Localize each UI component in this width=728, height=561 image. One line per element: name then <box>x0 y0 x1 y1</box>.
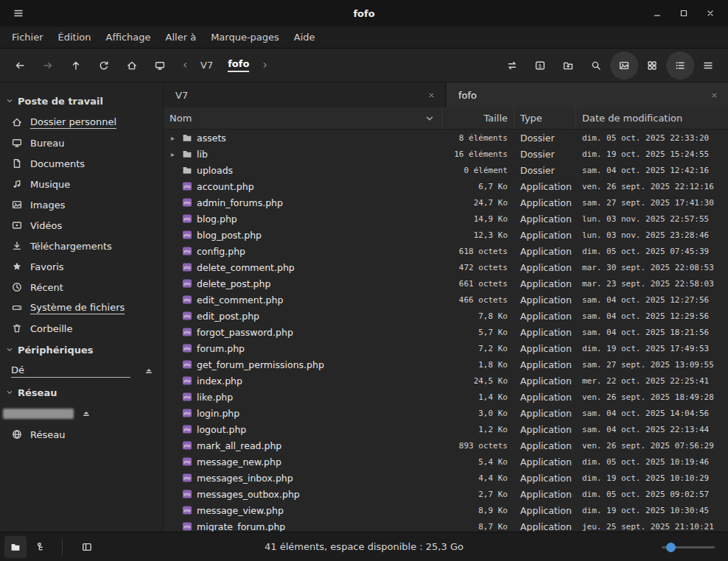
zoom-slider-handle[interactable] <box>666 543 676 552</box>
php-file-icon: php <box>181 359 193 370</box>
file-row[interactable]: phpedit_comment.php466 octetsApplication… <box>164 292 728 308</box>
file-row[interactable]: phpforum.php7,2 KoApplicationdim. 19 oct… <box>164 340 728 356</box>
menu-aide[interactable]: Aide <box>287 27 323 49</box>
tab-fofo[interactable]: fofo <box>447 82 728 107</box>
zoom-slider[interactable] <box>662 541 715 553</box>
svg-text:php: php <box>183 201 190 205</box>
icon-view-button[interactable] <box>610 52 638 80</box>
file-row[interactable]: phpedit_post.php7,8 KoApplicationsam. 04… <box>164 308 728 324</box>
tab-close-button[interactable] <box>706 87 722 103</box>
sidebar-item-musique[interactable]: Musique <box>0 174 163 194</box>
file-row[interactable]: phpmigrate_forum.php8,7 KoApplicationjeu… <box>164 518 728 532</box>
column-header-taille[interactable]: Taille <box>442 107 514 130</box>
sidebar-item-corbeille[interactable]: Corbeille <box>0 318 163 339</box>
compact-view-button[interactable] <box>638 52 666 80</box>
menu-edition[interactable]: Édition <box>51 27 99 49</box>
sidebar-item-dossier-personnel[interactable]: Dossier personnel <box>0 112 163 133</box>
places-toggle-button[interactable] <box>4 536 27 558</box>
file-row[interactable]: phpget_forum_permissions.php1,8 KoApplic… <box>164 356 728 373</box>
file-row[interactable]: phpforgot_password.php5,7 KoApplications… <box>164 324 728 340</box>
menu-affichage[interactable]: Affichage <box>98 27 158 49</box>
back-button[interactable] <box>6 52 34 80</box>
menu-button[interactable] <box>694 52 722 80</box>
column-header-date[interactable]: Date de modification <box>576 107 728 130</box>
file-row[interactable]: phpaccount.php6,7 KoApplicationven. 26 s… <box>164 178 728 194</box>
file-row[interactable]: phpdelete_comment.php472 octetsApplicati… <box>164 259 728 275</box>
sidepane-toggle-button[interactable] <box>76 536 98 558</box>
expander-icon[interactable]: ▸ <box>168 134 178 142</box>
svg-text:php: php <box>183 525 190 529</box>
file-size: 14,9 Ko <box>442 214 514 224</box>
forward-button[interactable] <box>34 52 62 80</box>
eject-button[interactable] <box>144 366 154 376</box>
file-row[interactable]: phpblog.php14,9 KoApplicationlun. 03 nov… <box>164 211 728 227</box>
sidebar-item-videos[interactable]: Vidéos <box>0 215 163 236</box>
sidebar-item-bureau[interactable]: Bureau <box>0 133 163 153</box>
sidebar-item-recent[interactable]: Récent <box>0 277 163 297</box>
new-folder-button[interactable] <box>554 52 582 80</box>
file-row[interactable]: phplike.php1,4 KoApplicationven. 26 sept… <box>164 389 728 405</box>
open-terminal-button[interactable]: $ <box>526 52 554 80</box>
computer-button[interactable] <box>146 52 174 80</box>
file-type: Application <box>514 440 576 451</box>
sidebar-item-documents[interactable]: Documents <box>0 153 163 174</box>
sidebar-item-favoris[interactable]: Favoris <box>0 256 163 277</box>
file-row[interactable]: phplogin.php3,0 KoApplicationsam. 04 oct… <box>164 405 728 421</box>
expander-icon[interactable]: ▸ <box>168 150 178 158</box>
chevron-left-icon[interactable] <box>177 60 193 70</box>
file-row[interactable]: phpmessage_view.php8,9 KoApplicationdim.… <box>164 502 728 518</box>
file-row[interactable]: phpindex.php24,5 KoApplicationmer. 22 oc… <box>164 373 728 389</box>
sidebar-item-telechargements[interactable]: Téléchargements <box>0 236 163 256</box>
home-button[interactable] <box>118 52 146 80</box>
minimize-button[interactable] <box>647 3 668 24</box>
column-header-nom[interactable]: Nom <box>164 107 442 130</box>
folder-icon <box>181 148 193 160</box>
file-row[interactable]: phpblog_post.php12,3 KoApplicationlun. 0… <box>164 227 728 243</box>
section-peripheriques[interactable]: Périphériques <box>0 339 163 361</box>
file-row[interactable]: uploads0 élémentDossiersam. 04 oct. 2025… <box>164 162 728 178</box>
file-type: Application <box>514 408 576 419</box>
sidebar-item-network-device[interactable] <box>0 403 163 424</box>
file-name: delete_comment.php <box>197 262 295 273</box>
file-row[interactable]: phpmessage_new.php5,4 KoApplicationdim. … <box>164 454 728 470</box>
menu-aller-a[interactable]: Aller à <box>158 27 204 49</box>
file-row[interactable]: phpmessages_inbox.php4,4 KoApplicationdi… <box>164 470 728 486</box>
file-row[interactable]: phplogout.php1,2 KoApplicationsam. 04 oc… <box>164 421 728 437</box>
sidebar-item-reseau[interactable]: Réseau <box>0 424 163 445</box>
file-row[interactable]: phpdelete_post.php661 octetsApplicationm… <box>164 275 728 292</box>
sidebar-item-images[interactable]: Images <box>0 194 163 215</box>
maximize-button[interactable] <box>673 3 694 24</box>
close-button[interactable] <box>700 3 721 24</box>
treeview-toggle-button[interactable] <box>31 536 53 558</box>
status-text: 41 éléments, espace disponible : 25,3 Go <box>0 541 728 552</box>
chevron-right-icon[interactable] <box>256 60 273 70</box>
file-row[interactable]: phpmark_all_read.php893 octetsApplicatio… <box>164 437 728 454</box>
file-row[interactable]: ▸assets8 élémentsDossierdim. 05 oct. 202… <box>164 130 728 146</box>
file-row[interactable]: phpadmin_forums.php24,7 KoApplicationsam… <box>164 194 728 211</box>
search-button[interactable] <box>582 52 610 80</box>
up-button[interactable] <box>62 52 90 80</box>
menu-fichier[interactable]: Fichier <box>4 27 51 49</box>
minimize-icon <box>652 8 662 18</box>
section-reseau[interactable]: Réseau <box>0 381 163 403</box>
toggle-location-button[interactable] <box>498 52 526 80</box>
file-type: Application <box>514 181 576 192</box>
refresh-button[interactable] <box>90 52 118 80</box>
eject-button[interactable] <box>81 409 91 419</box>
list-view-button[interactable] <box>666 52 694 80</box>
sidebar-item-device[interactable]: Dé <box>0 361 163 381</box>
menu-marque-pages[interactable]: Marque-pages <box>203 27 287 49</box>
sidebar-item-systeme-de-fichiers[interactable]: Système de fichiers <box>0 297 163 318</box>
file-date: sam. 04 oct. 2025 12:29:56 <box>576 311 728 321</box>
tab-close-button[interactable] <box>423 87 439 103</box>
file-row[interactable]: ▸lib16 élémentsDossierdim. 19 oct. 2025 … <box>164 146 728 162</box>
breadcrumb-fofo[interactable]: fofo <box>220 53 256 78</box>
section-poste-de-travail[interactable]: Poste de travail <box>0 90 163 112</box>
file-row[interactable]: phpmessages_outbox.php2,7 KoApplicationd… <box>164 486 728 502</box>
file-row[interactable]: phpconfig.php618 octetsApplicationdim. 0… <box>164 243 728 259</box>
window-menu-button[interactable] <box>7 3 29 24</box>
file-size: 4,4 Ko <box>442 473 514 483</box>
tab-v7[interactable]: V7 <box>164 82 445 107</box>
breadcrumb-v7[interactable]: V7 <box>193 53 220 78</box>
column-header-type[interactable]: Type <box>514 107 576 130</box>
